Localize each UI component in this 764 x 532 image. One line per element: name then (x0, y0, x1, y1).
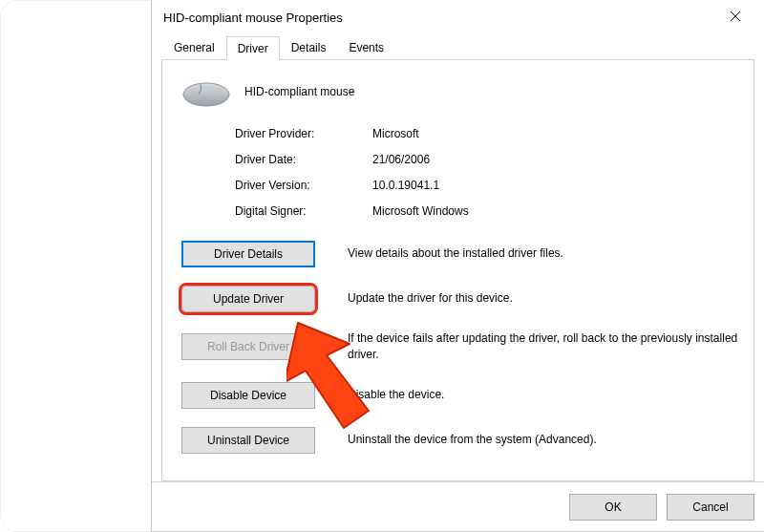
titlebar: HID-compliant mouse Properties (152, 0, 764, 34)
uninstall-device-button[interactable]: Uninstall Device (181, 427, 315, 454)
close-button[interactable] (716, 3, 754, 32)
tabstrip: General Driver Details Events (162, 34, 754, 59)
tab-driver[interactable]: Driver (226, 36, 280, 60)
roll-back-driver-button: Roll Back Driver (181, 333, 315, 360)
properties-window: HID-compliant mouse Properties General D… (151, 0, 764, 532)
update-driver-button[interactable]: Update Driver (181, 286, 315, 312)
driver-details-button[interactable]: Driver Details (181, 241, 315, 267)
driver-info-grid: Driver Provider: Microsoft Driver Date: … (235, 127, 738, 218)
tab-events[interactable]: Events (337, 35, 395, 59)
tab-details[interactable]: Details (280, 35, 338, 59)
label-driver-date: Driver Date: (235, 153, 357, 166)
tab-general[interactable]: General (162, 35, 226, 59)
window-body: General Driver Details Events (152, 34, 764, 481)
driver-actions: Driver Details View details about the in… (181, 241, 738, 454)
disable-device-button[interactable]: Disable Device (181, 382, 315, 409)
uninstall-device-desc: Uninstall the device from the system (Ad… (348, 432, 738, 448)
driver-details-desc: View details about the installed driver … (348, 245, 738, 262)
value-driver-date: 21/06/2006 (372, 153, 738, 166)
update-driver-desc: Update the driver for this device. (348, 290, 738, 307)
roll-back-driver-desc: If the device fails after updating the d… (348, 330, 738, 364)
tab-pane-driver: HID-compliant mouse Driver Provider: Mic… (161, 59, 754, 481)
close-icon (730, 11, 741, 25)
device-row: HID-compliant mouse (178, 75, 738, 108)
label-driver-version: Driver Version: (235, 179, 357, 192)
dialog-buttons: OK Cancel (152, 481, 764, 531)
cancel-button[interactable]: Cancel (667, 494, 754, 521)
label-driver-provider: Driver Provider: (235, 127, 357, 140)
value-driver-version: 10.0.19041.1 (372, 179, 738, 192)
window-title: HID-compliant mouse Properties (163, 11, 716, 25)
value-driver-provider: Microsoft (372, 127, 738, 140)
ok-button[interactable]: OK (569, 494, 657, 521)
mouse-icon (181, 75, 231, 108)
label-digital-signer: Digital Signer: (235, 204, 357, 218)
disable-device-desc: Disable the device. (348, 387, 738, 403)
value-digital-signer: Microsoft Windows (372, 204, 738, 218)
device-name: HID-compliant mouse (244, 85, 354, 98)
